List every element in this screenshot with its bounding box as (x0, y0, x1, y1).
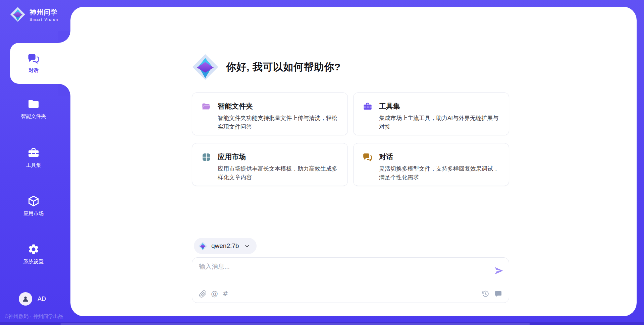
card-description: 智能文件夹功能支持批量文件上传与清洗，轻松实现文件问答 (218, 114, 339, 131)
person-icon (21, 295, 30, 303)
send-button[interactable] (493, 265, 504, 276)
model-selector[interactable]: qwen2:7b (194, 238, 257, 254)
card-title: 对话 (379, 152, 501, 161)
cube-icon (28, 195, 40, 207)
hashtag-icon[interactable]: # (222, 290, 228, 298)
history-icon[interactable] (482, 290, 489, 298)
toolbox-icon (28, 147, 40, 159)
avatar (19, 292, 32, 306)
card-chat[interactable]: 对话 灵活切换多模型文件，支持多样回复效果调试，满足个性化需求 (353, 143, 509, 186)
card-title: 应用市场 (218, 152, 339, 161)
sidebar: 神州问学 Smart Vision 对话 智能文件夹 工具集 应用市场 系统设置… (0, 0, 70, 325)
sidebar-item-label: 系统设置 (23, 259, 44, 265)
composer-divider (198, 284, 503, 284)
brand-gem-icon (192, 54, 219, 80)
card-toolset[interactable]: 工具集 集成市场上主流工具，助力AI与外界无缝扩展与对接 (353, 92, 509, 135)
toolbox-icon (363, 102, 372, 111)
sidebar-item-chat[interactable]: 对话 (10, 43, 70, 84)
feature-cards: 智能文件夹 智能文件夹功能支持批量文件上传与清洗，轻松实现文件问答 工具集 集成… (192, 92, 509, 186)
message-input[interactable] (199, 262, 484, 282)
card-title: 智能文件夹 (218, 102, 339, 111)
gear-icon (28, 243, 40, 255)
brand-name: 神州问学 (30, 8, 58, 17)
folder-open-icon (202, 102, 211, 111)
card-smart-folder[interactable]: 智能文件夹 智能文件夹功能支持批量文件上传与清洗，轻松实现文件问答 (192, 92, 348, 135)
sidebar-item-settings[interactable]: 系统设置 (0, 243, 67, 265)
user-name: AD (38, 296, 46, 303)
card-description: 应用市场提供丰富长文本模板，助力高效生成多样化文章内容 (218, 165, 339, 182)
message-composer: @ # (192, 257, 509, 303)
folder-icon (28, 98, 40, 110)
copyright-footer: ©神州数码 · 神州问学出品 (5, 313, 63, 320)
model-name: qwen2:7b (211, 242, 239, 250)
sidebar-item-app-market[interactable]: 应用市场 (0, 195, 67, 217)
model-gem-icon (198, 242, 207, 251)
brand-logo: 神州问学 Smart Vision (10, 7, 58, 22)
chat-icon (363, 152, 372, 162)
composer-toolbar: @ # (199, 287, 502, 301)
horizontal-scrollbar[interactable] (60, 323, 530, 325)
sidebar-item-label: 智能文件夹 (21, 113, 46, 120)
sidebar-item-label: 工具集 (26, 162, 41, 169)
sidebar-item-label: 对话 (29, 67, 39, 74)
sidebar-item-toolset[interactable]: 工具集 (0, 147, 67, 169)
sidebar-item-smart-folder[interactable]: 智能文件夹 (0, 98, 67, 120)
brand-gem-icon (10, 7, 25, 22)
mention-at-icon[interactable]: @ (211, 290, 218, 298)
card-title: 工具集 (379, 102, 501, 111)
attachment-paperclip-icon[interactable] (199, 290, 207, 298)
brand-subtitle: Smart Vision (30, 17, 58, 21)
hero: 你好, 我可以如何帮助你? (192, 54, 341, 80)
chevron-down-icon (244, 243, 250, 249)
card-description: 集成市场上主流工具，助力AI与外界无缝扩展与对接 (379, 114, 501, 131)
main-content-panel: 你好, 我可以如何帮助你? 智能文件夹 智能文件夹功能支持批量文件上传与清洗，轻… (70, 7, 637, 316)
card-app-market[interactable]: 应用市场 应用市场提供丰富长文本模板，助力高效生成多样化文章内容 (192, 143, 348, 186)
card-description: 灵活切换多模型文件，支持多样回复效果调试，满足个性化需求 (379, 165, 501, 182)
window-bottom-strip (0, 322, 644, 325)
send-icon (493, 265, 504, 276)
chat-icon (28, 53, 39, 64)
user-profile[interactable]: AD (19, 292, 46, 306)
sidebar-item-label: 应用市场 (23, 210, 44, 217)
greeting-title: 你好, 我可以如何帮助你? (226, 60, 341, 74)
chat-bubble-icon[interactable] (494, 290, 502, 298)
grid-icon (202, 152, 211, 162)
